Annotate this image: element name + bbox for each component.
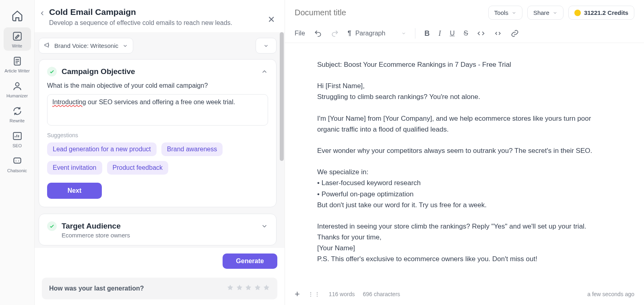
chevron-down-icon [122,43,128,49]
close-button[interactable]: ✕ [268,14,275,25]
panel-scroll[interactable]: Brand Voice: Writesonic Campaign Objecti… [35,32,285,248]
brand-voice-label: Brand Voice: Writesonic [54,42,118,49]
campaign-objective-card: Campaign Objective What is the main obje… [39,59,277,207]
nav-rewrite[interactable]: Rewrite [4,102,31,126]
bold-button[interactable]: B [424,29,429,38]
rewrite-icon [12,105,23,117]
email-line: Hi [First Name], [317,80,612,91]
email-line: • Laser-focused keyword research [317,177,612,188]
check-icon [47,221,57,231]
home-icon[interactable] [4,6,31,26]
target-audience-card: Target Audience Ecommerce store owners [39,214,277,245]
email-line: Interested in seeing your store climb th… [317,221,612,232]
paragraph-label: Paragraph [355,30,386,37]
config-panel: ✕ Cold Email Campaign Develop a sequence… [35,0,285,305]
credits-badge[interactable]: 31221.2 Credits [568,6,634,20]
code-button[interactable] [477,29,485,37]
objective-question: What is the main objective of your cold … [47,82,268,89]
email-line: Struggling to climb search rankings? You… [317,91,612,102]
email-line: We specialize in: [317,167,612,177]
collapse-toggle[interactable] [261,68,268,75]
svg-rect-4 [14,158,21,163]
nav-label: Article Writer [4,68,30,73]
email-line: [Your Name] [317,243,612,253]
megaphone-icon [44,41,51,50]
email-subject: Subject: Boost Your Ecommerce Rankings i… [317,59,612,70]
panel-title: Cold Email Campaign [47,7,272,17]
email-line: Thanks for your time, [317,232,612,243]
add-block-button[interactable]: + [295,289,300,299]
suggestion-chip[interactable]: Event invitation [47,161,102,175]
scrollbar-thumb[interactable] [280,32,284,161]
article-icon [12,56,23,67]
strikethrough-button[interactable]: S [464,29,468,37]
svg-rect-3 [13,132,21,139]
italic-button[interactable]: I [438,29,441,38]
rating-stars[interactable] [227,284,270,293]
email-line: Ever wonder why your competitors always … [317,145,612,156]
link-button[interactable] [511,29,519,37]
svg-point-2 [15,82,19,86]
objective-title: Campaign Objective [62,67,135,76]
email-line: • Powerful on-page optimization [317,189,612,200]
tools-button[interactable]: Tools [488,6,522,20]
email-line: P.S. This offer's exclusive to ecommerce… [317,253,612,264]
tools-label: Tools [494,9,508,16]
nav-article-writer[interactable]: Article Writer [4,52,31,76]
undo-button[interactable] [314,29,322,37]
chatsonic-icon [12,155,23,167]
credits-label: 31221.2 Credits [584,9,628,16]
nav-label: Humanizer [6,93,28,98]
suggestions-label: Suggestions [47,132,268,138]
next-button[interactable]: Next [47,183,102,199]
check-icon [47,67,57,76]
nav-label: Write [12,43,22,48]
generate-button[interactable]: Generate [223,253,277,269]
underline-button[interactable]: U [450,29,454,37]
document-title-input[interactable] [295,8,415,17]
feedback-prompt: How was your last generation? [49,285,144,292]
nav-rail: Write Article Writer Humanizer Rewrite S… [0,0,35,305]
audience-title: Target Audience [62,222,121,231]
share-button[interactable]: Share [527,6,564,20]
nav-chatsonic[interactable]: Chatsonic [4,152,31,175]
audience-summary: Ecommerce store owners [62,232,268,239]
humanizer-icon [12,80,23,92]
suggestion-chip[interactable]: Brand awareness [161,142,223,156]
back-button[interactable] [39,10,46,19]
editor-body[interactable]: Subject: Boost Your Ecommerce Rankings i… [285,43,644,286]
editor-pane: Tools Share 31221.2 Credits File ¶ Parag… [285,0,644,305]
nav-label: Rewrite [10,118,25,123]
code-block-button[interactable] [494,29,502,37]
share-label: Share [533,9,549,16]
nav-humanizer[interactable]: Humanizer [4,77,31,101]
credits-icon [574,10,581,16]
seo-icon [12,130,23,142]
nav-label: Chatsonic [7,168,27,173]
panel-subtitle: Develop a sequence of effective cold ema… [47,19,272,27]
write-icon [12,31,23,42]
nav-seo[interactable]: SEO [4,127,31,150]
options-button[interactable] [256,38,277,54]
timeago: a few seconds ago [587,291,634,297]
redo-button[interactable] [331,29,339,37]
feedback-bar: How was your last generation? [42,278,277,299]
editor-toolbar: File ¶ Paragraph B I U S [285,26,644,43]
nav-write[interactable]: Write [4,27,31,51]
email-line: I'm [Your Name] from [Your Company], and… [317,113,612,135]
expand-toggle[interactable] [261,223,268,230]
word-count: 116 words [329,291,355,297]
file-menu[interactable]: File [295,30,305,37]
char-count: 696 characters [363,291,400,297]
suggestion-chip[interactable]: Lead generation for a new product [47,142,157,156]
objective-input[interactable]: Introducting our SEO services and offeri… [47,94,268,126]
nav-label: SEO [12,143,22,148]
brand-voice-select[interactable]: Brand Voice: Writesonic [39,38,133,54]
editor-footer: + ⋮⋮ 116 words 696 characters a few seco… [285,286,644,305]
block-style-select[interactable]: ¶ Paragraph [348,30,407,37]
drag-handle-icon[interactable]: ⋮⋮ [308,291,321,297]
suggestion-chip[interactable]: Product feedback [107,161,169,175]
email-line: But don't just take our word for it. Try… [317,200,612,210]
